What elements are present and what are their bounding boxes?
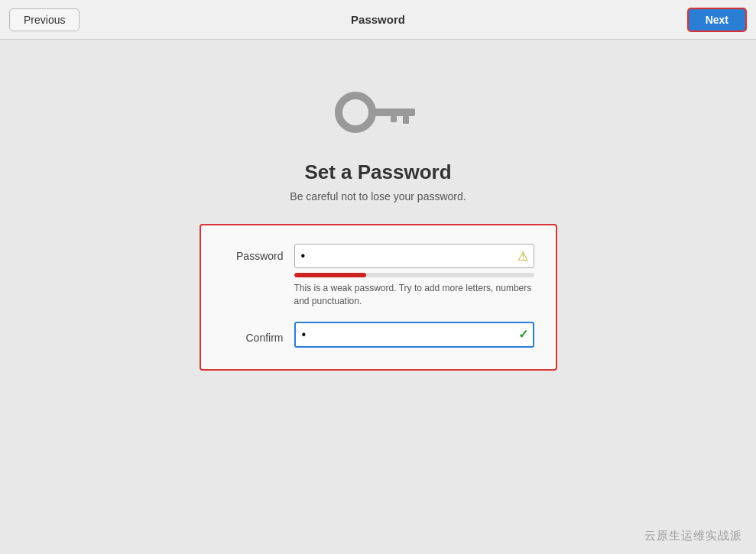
svg-rect-1 — [371, 109, 415, 116]
next-button[interactable]: Next — [687, 8, 747, 32]
confirm-input-wrapper: ✓ — [294, 322, 534, 348]
page-subtitle: Be careful not to lose your password. — [290, 190, 466, 202]
password-label: Password — [222, 244, 284, 262]
confirm-label: Confirm — [222, 326, 284, 344]
watermark: 云原生运维实战派 — [644, 529, 742, 543]
page-title: Set a Password — [304, 160, 451, 184]
svg-point-0 — [339, 96, 372, 129]
key-icon — [333, 86, 424, 142]
strength-bar-fill — [294, 273, 366, 277]
password-row: Password ⚠ This is a weak password. Try … — [222, 244, 534, 308]
strength-message: This is a weak password. Try to add more… — [294, 282, 534, 308]
password-input[interactable] — [294, 244, 534, 268]
form-card: Password ⚠ This is a weak password. Try … — [200, 224, 557, 371]
warning-icon: ⚠ — [518, 249, 528, 264]
svg-rect-3 — [391, 116, 397, 122]
svg-rect-2 — [403, 116, 409, 124]
previous-button[interactable]: Previous — [9, 8, 79, 31]
confirm-input[interactable] — [294, 322, 534, 348]
check-icon: ✓ — [518, 327, 528, 342]
header-bar: Previous Password Next — [0, 0, 756, 40]
strength-bar-container — [294, 273, 534, 277]
password-input-group: ⚠ This is a weak password. Try to add mo… — [294, 244, 534, 308]
main-content: Set a Password Be careful not to lose yo… — [0, 40, 756, 371]
password-input-wrapper: ⚠ — [294, 244, 534, 268]
header-title: Password — [351, 13, 405, 26]
confirm-row: Confirm ✓ — [222, 322, 534, 348]
